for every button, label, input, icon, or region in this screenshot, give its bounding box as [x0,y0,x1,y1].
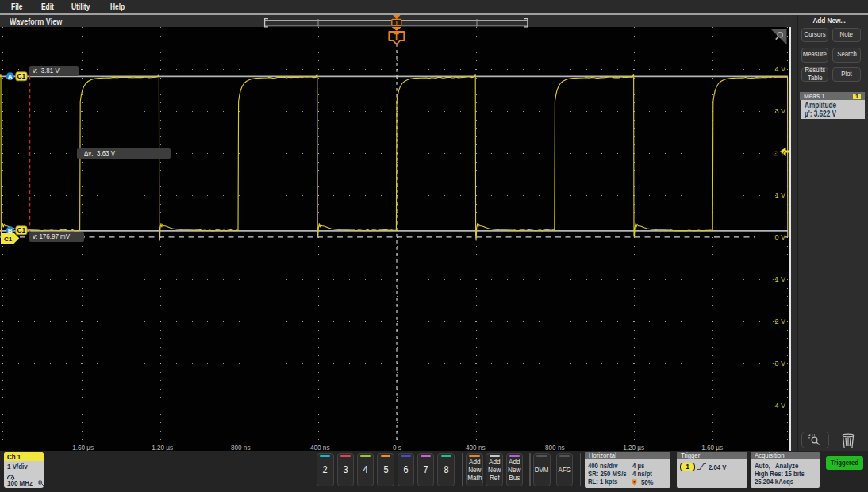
svg-text:C1: C1 [4,236,13,243]
svg-text:T: T [395,20,398,25]
svg-text:C1: C1 [17,72,25,80]
svg-text:C1: C1 [17,226,25,234]
svg-text:A: A [8,73,13,80]
svg-text:T: T [394,33,399,41]
svg-text:2 V: 2 V [774,149,785,157]
